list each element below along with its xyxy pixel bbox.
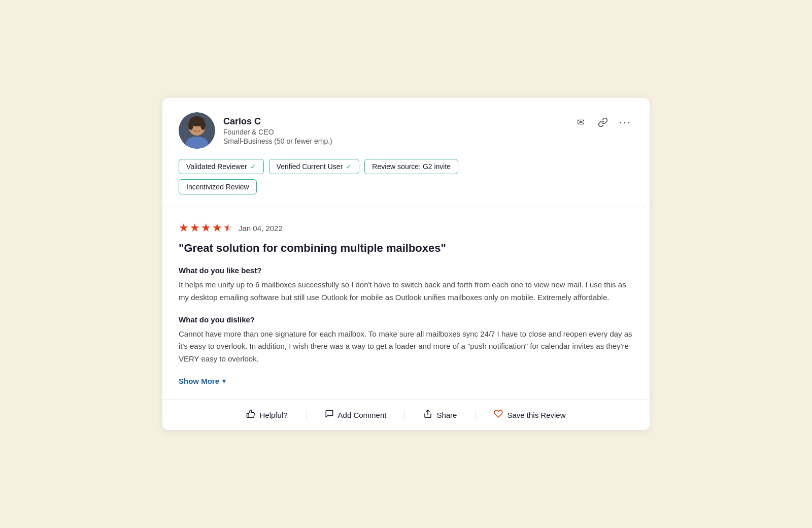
reviewer-header: Carlos C Founder & CEO Small-Business (5… (179, 112, 633, 149)
like-answer: It helps me unify up to 6 mailboxes succ… (179, 279, 633, 304)
validated-reviewer-badge: Validated Reviewer ✓ (179, 159, 264, 174)
share-label: Share (436, 411, 457, 419)
incentivized-review-badge: Incentivized Review (179, 179, 257, 194)
helpful-label: Helpful? (259, 411, 287, 419)
avatar (179, 112, 215, 149)
dislike-question: What do you dislike? (179, 315, 633, 324)
add-comment-label: Add Comment (338, 411, 387, 419)
footer-actions: Helpful? Add Comment Share (162, 400, 650, 430)
review-source-badge: Review source: G2 invite (364, 159, 458, 174)
svg-point-4 (188, 121, 193, 130)
mail-icon[interactable]: ✉ (572, 114, 589, 130)
verified-user-label: Verified Current User (277, 162, 343, 171)
reviewer-name: Carlos C (223, 116, 332, 127)
reviewer-section: Carlos C Founder & CEO Small-Business (5… (162, 98, 650, 207)
rating-row: ★ ★ ★ ★ ★ ★ Jan 04, 2022 (179, 221, 633, 235)
reviewer-company: Small-Business (50 or fewer emp.) (223, 137, 332, 145)
reviewer-info: Carlos C Founder & CEO Small-Business (5… (179, 112, 332, 149)
review-section: ★ ★ ★ ★ ★ ★ Jan 04, 2022 "Great solution… (162, 207, 650, 400)
link-icon[interactable] (595, 114, 611, 130)
dislike-answer: Cannot have more than one signature for … (179, 328, 633, 366)
star-rating: ★ ★ ★ ★ ★ ★ (179, 221, 233, 235)
review-card: Carlos C Founder & CEO Small-Business (5… (162, 98, 650, 430)
more-icon[interactable]: ··· (617, 114, 633, 130)
review-source-label: Review source: G2 invite (372, 162, 451, 171)
star-2: ★ (190, 221, 200, 235)
helpful-button[interactable]: Helpful? (228, 409, 306, 421)
thumbs-up-icon (246, 409, 255, 421)
verified-check-icon: ✓ (346, 162, 352, 171)
save-review-button[interactable]: Save this Review (476, 409, 584, 421)
share-icon (423, 409, 432, 421)
badges-row: Validated Reviewer ✓ Verified Current Us… (179, 159, 633, 174)
reviewer-title: Founder & CEO (223, 128, 332, 136)
show-more-label: Show More (179, 377, 219, 385)
svg-point-5 (200, 121, 206, 130)
share-button[interactable]: Share (405, 409, 475, 421)
validated-reviewer-label: Validated Reviewer (186, 162, 247, 171)
star-5-half: ★ ★ (223, 221, 233, 235)
incentivized-review-label: Incentivized Review (186, 183, 249, 191)
review-title: "Great solution for combining multiple m… (179, 242, 633, 255)
save-review-label: Save this Review (507, 411, 565, 419)
header-actions: ✉ ··· (572, 114, 633, 130)
badges-row-2: Incentivized Review (179, 179, 633, 194)
add-comment-button[interactable]: Add Comment (307, 409, 405, 421)
star-1: ★ (179, 221, 189, 235)
star-3: ★ (201, 221, 211, 235)
reviewer-details: Carlos C Founder & CEO Small-Business (5… (223, 116, 332, 145)
validated-check-icon: ✓ (250, 162, 256, 171)
show-more-button[interactable]: Show More ▾ (179, 377, 633, 385)
chevron-down-icon: ▾ (222, 377, 226, 385)
star-4: ★ (212, 221, 222, 235)
heart-icon (494, 409, 503, 421)
review-date: Jan 04, 2022 (239, 224, 283, 233)
verified-user-badge: Verified Current User ✓ (269, 159, 360, 174)
comment-icon (325, 409, 334, 421)
like-question: What do you like best? (179, 266, 633, 275)
